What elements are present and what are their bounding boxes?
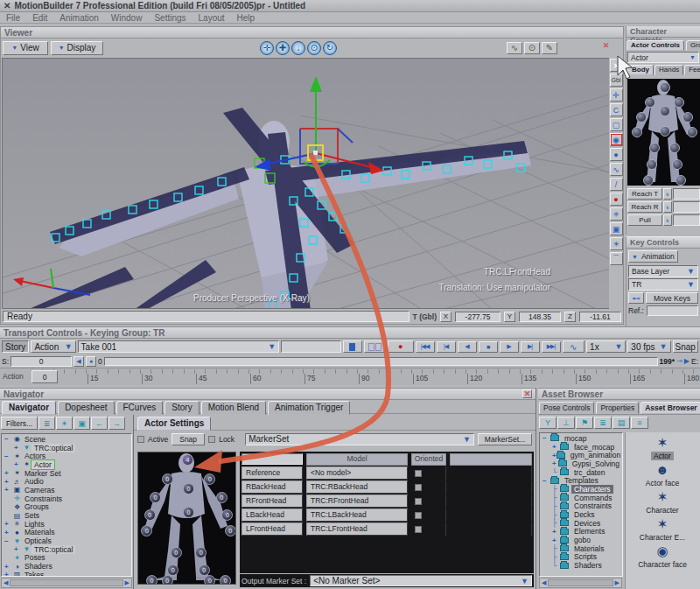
- expand-toggle-icon[interactable]: +: [4, 571, 12, 577]
- tree-item[interactable]: + ▼ TRC:optical: [2, 444, 131, 452]
- asset-item[interactable]: ✶ Actor: [626, 435, 699, 460]
- zoom-range-track[interactable]: [104, 357, 658, 366]
- asset-tree-label[interactable]: face_mocap: [571, 443, 617, 452]
- expand-toggle-icon[interactable]: +: [4, 478, 12, 486]
- stop-button[interactable]: ■: [479, 341, 498, 353]
- marker-count-badge[interactable]: 0: [144, 509, 156, 521]
- asset-tree-item[interactable]: ├ Commands: [540, 494, 622, 502]
- tab[interactable]: Gro: [686, 40, 700, 51]
- body-marker[interactable]: [674, 97, 684, 108]
- tree-item[interactable]: ❖ Groups: [2, 503, 131, 512]
- x-value[interactable]: -277.75: [455, 312, 500, 322]
- reach-label-button[interactable]: Reach R: [627, 201, 662, 213]
- tree-item-label[interactable]: Groups: [22, 502, 52, 511]
- expand-toggle-icon[interactable]: +: [552, 528, 560, 536]
- tab[interactable]: Animation Trigger: [268, 401, 350, 415]
- range-play-icon[interactable]: ▶: [684, 357, 690, 365]
- tree-item-label[interactable]: Sets: [22, 511, 42, 520]
- marker-count-badge[interactable]: 0: [171, 547, 182, 558]
- star-tool-icon[interactable]: ✳: [610, 207, 623, 221]
- record-dot-icon[interactable]: ●: [610, 193, 623, 206]
- asset-tree-item[interactable]: − mocap: [540, 434, 622, 443]
- tree-item-label[interactable]: Opticals: [22, 536, 54, 545]
- camera-pan-icon[interactable]: ✛: [260, 41, 274, 55]
- tree-item[interactable]: + ▣ Cameras: [2, 486, 131, 494]
- play-reverse-button[interactable]: ◀: [458, 341, 477, 353]
- markerset-dropdown[interactable]: MarkerSet▼: [245, 433, 474, 445]
- marker-count-badge[interactable]: 0: [199, 564, 210, 576]
- asset-tree-item[interactable]: + Gypsi_Solving: [540, 459, 622, 468]
- sphere-select-tool-icon[interactable]: ◉: [610, 133, 623, 146]
- tree-item-label[interactable]: Scene: [22, 435, 48, 444]
- goto-start-button[interactable]: |◀◀: [416, 341, 435, 353]
- details-view-icon[interactable]: ≡: [631, 417, 648, 429]
- expand-toggle-icon[interactable]: +: [552, 459, 558, 467]
- reach-label-button[interactable]: Pull: [627, 214, 662, 226]
- tab[interactable]: Hands: [654, 65, 683, 75]
- oriented-checkbox[interactable]: [415, 526, 422, 533]
- markerset-button[interactable]: MarkerSet...: [478, 433, 532, 445]
- forward-arrow-icon[interactable]: →: [108, 417, 125, 430]
- asset-item[interactable]: ◉ Character face: [626, 543, 699, 569]
- range-dot-icon[interactable]: ⊸: [676, 357, 682, 365]
- tree-item-label[interactable]: Takes: [22, 571, 46, 577]
- expand-toggle-icon[interactable]: +: [4, 563, 12, 571]
- asset-tree-item[interactable]: ├ Decks: [540, 510, 622, 519]
- tree-item-label[interactable]: Actors: [22, 452, 48, 460]
- asset-tree-label[interactable]: Commands: [571, 494, 614, 502]
- expand-toggle-icon[interactable]: └: [552, 562, 560, 570]
- tree-item[interactable]: ✛ Constraints: [2, 494, 131, 503]
- expand-toggle-icon[interactable]: +: [4, 469, 12, 477]
- expand-toggle-icon[interactable]: −: [4, 435, 12, 443]
- expand-toggle-icon[interactable]: +: [552, 443, 560, 451]
- asset-tree-item[interactable]: ├ Devices: [540, 519, 622, 528]
- light-tool-icon[interactable]: ☀: [610, 237, 623, 250]
- expand-toggle-icon[interactable]: ├: [552, 544, 560, 552]
- character-figure-view[interactable]: [627, 79, 700, 186]
- menu-item[interactable]: File: [0, 13, 26, 23]
- layer-dropdown[interactable]: Base Layer▼: [628, 265, 698, 277]
- arc-tool-icon[interactable]: ⌒: [610, 252, 623, 265]
- lock-checkbox[interactable]: [208, 436, 215, 443]
- tab[interactable]: Pose Controls: [539, 402, 594, 414]
- reach-slider-track[interactable]: [673, 188, 700, 200]
- tab[interactable]: Actor Controls: [626, 40, 684, 51]
- asset-tree-item[interactable]: ├ Scripts: [540, 553, 622, 562]
- body-marker[interactable]: [672, 159, 682, 170]
- story-button[interactable]: Story: [2, 340, 29, 353]
- marker-model-cell[interactable]: TRC:RFrontHead: [306, 494, 408, 508]
- expand-toggle-icon[interactable]: +: [14, 460, 22, 468]
- scroll-left-icon[interactable]: ◀: [4, 579, 8, 586]
- tree-item-label[interactable]: Shaders: [22, 562, 55, 571]
- marker-count-badge[interactable]: 0: [225, 525, 236, 536]
- oriented-checkbox[interactable]: [415, 484, 422, 491]
- tree-item-label[interactable]: Actor: [32, 460, 54, 469]
- sphere-tool-icon[interactable]: ●: [610, 148, 623, 161]
- tree-item-label[interactable]: Constraints: [22, 494, 65, 503]
- asset-tree-item[interactable]: ├ Materials: [540, 544, 622, 553]
- back-arrow-icon[interactable]: ←: [91, 417, 108, 430]
- output-marker-set-dropdown[interactable]: <No Marker Set>▼: [310, 575, 532, 586]
- tree-item[interactable]: + ♬ Audio: [2, 477, 131, 486]
- expand-toggle-icon[interactable]: └: [552, 468, 560, 476]
- tab[interactable]: Motion Blend: [201, 401, 266, 415]
- camera-zoom-icon[interactable]: ⊙: [307, 41, 321, 55]
- fps-dropdown[interactable]: 30 fps▼: [627, 340, 670, 353]
- marker-name-cell[interactable]: RBackHead: [242, 480, 303, 494]
- curve-display-icon[interactable]: ∿: [507, 42, 522, 54]
- asset-tree-item[interactable]: ├ Characters: [540, 485, 622, 494]
- tree-item[interactable]: + ● Materials: [2, 529, 131, 537]
- tab[interactable]: Body: [627, 65, 654, 75]
- reach-slider-track[interactable]: [673, 201, 700, 213]
- hierarchy-view-icon[interactable]: Y: [539, 417, 556, 429]
- tree-item[interactable]: − ◉ Scene: [2, 435, 131, 444]
- marker-count-badge[interactable]: 0: [141, 525, 152, 536]
- body-marker[interactable]: [643, 175, 654, 186]
- marker-name-cell[interactable]: LFrontHead: [242, 522, 303, 536]
- tangent-tool-icon[interactable]: /: [610, 178, 623, 191]
- tree-item-label[interactable]: Audio: [22, 477, 46, 486]
- expand-toggle-icon[interactable]: +: [14, 444, 22, 452]
- oriented-column-header[interactable]: Oriented: [411, 453, 446, 466]
- magic-wand-icon[interactable]: ✶: [56, 417, 73, 430]
- columns-view-icon[interactable]: ⊥: [557, 417, 575, 429]
